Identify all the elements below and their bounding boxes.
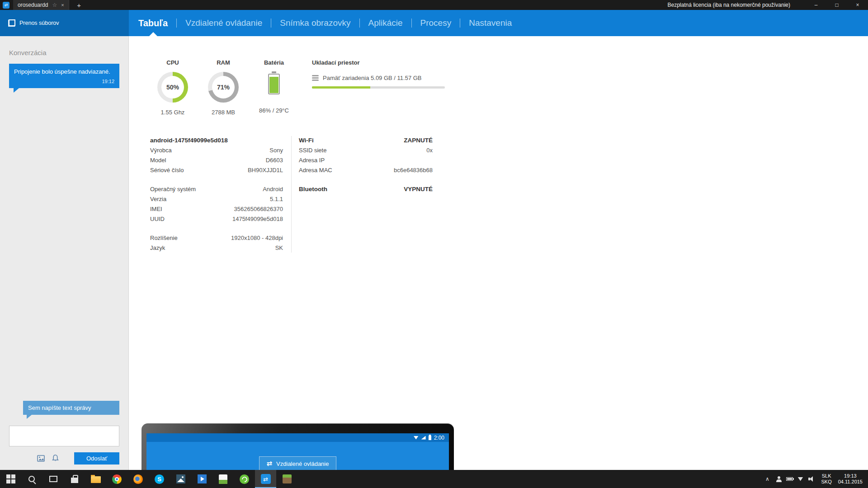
device-info-section: android-1475f49099e5d018 VýrobcaSony Mod… [150, 135, 868, 253]
movies-tv-button[interactable] [191, 470, 212, 488]
windows-logo-icon [6, 474, 15, 483]
device-info-column: android-1475f49099e5d018 VýrobcaSony Mod… [150, 135, 283, 253]
info-row: Adresa MACbc6e64836b68 [299, 165, 433, 175]
buzz-bell-icon[interactable] [52, 455, 59, 462]
battery-label: Batéria [251, 59, 297, 67]
skype-button[interactable] [149, 470, 170, 488]
network-info-column: Wi-FiZAPNUTÉ SSID siete0x Adresa IP Adre… [299, 135, 433, 253]
photos-button[interactable] [170, 470, 191, 488]
info-row: IMEI356265066826370 [150, 204, 283, 214]
chat-input-area: Sem napíšte text správy Odoslať [0, 401, 128, 470]
info-row: VýrobcaSony [150, 145, 283, 155]
device-screen: 2:00 ⇄ Vzdialené ovládanie [146, 433, 449, 470]
maximize-button[interactable]: □ [826, 0, 847, 10]
device-screen-preview[interactable]: 2:00 ⇄ Vzdialené ovládanie [142, 423, 454, 470]
chat-actions: Odoslať [9, 452, 119, 465]
tab-remote-control[interactable]: Vzdialené ovládanie [177, 10, 271, 36]
minecraft-icon [283, 474, 292, 483]
info-row: SSID siete0x [299, 145, 433, 155]
task-view-button[interactable] [42, 470, 64, 488]
remote-control-button-label: Vzdialené ovládanie [276, 460, 329, 467]
session-tab-label: oroseduardd [18, 2, 48, 8]
ram-label: RAM [201, 59, 246, 67]
store-button[interactable] [64, 470, 85, 488]
info-label: Výrobca [150, 147, 172, 154]
info-row: BluetoothVYPNUTÉ [299, 184, 433, 194]
file-explorer-button[interactable] [85, 470, 106, 488]
info-row: JazykSK [150, 243, 283, 253]
start-button[interactable] [0, 470, 21, 488]
storage-label: Ukladací priestor [312, 59, 448, 67]
info-label: Operačný systém [150, 186, 196, 192]
tray-network-icon[interactable] [795, 470, 806, 488]
remote-control-button[interactable]: ⇄ Vzdialené ovládanie [259, 456, 337, 471]
tab-processes[interactable]: Procesy [412, 10, 460, 36]
windows-taskbar: ∧ SLK SKQ 19:13 04.11.2015 [0, 470, 868, 488]
favorite-star-icon[interactable]: ☆ [52, 2, 57, 8]
info-divider [291, 136, 292, 253]
tab-settings[interactable]: Nastavenia [460, 10, 520, 36]
info-value: 868x488 - 428dpi [231, 235, 283, 241]
send-button[interactable]: Odoslať [74, 452, 119, 465]
info-row: Wi-FiZAPNUTÉ [299, 135, 433, 145]
tray-people-icon[interactable] [774, 470, 784, 488]
device-clock: 2:00 [434, 435, 444, 441]
session-tab[interactable]: oroseduardd ☆ × [13, 0, 69, 10]
teamviewer-taskbar-button[interactable] [255, 470, 276, 488]
document-app-icon [219, 474, 227, 484]
screenshot-icon[interactable] [37, 455, 45, 462]
tray-volume-icon[interactable] [806, 470, 817, 488]
info-row: Adresa IP [299, 155, 433, 165]
language-indicator[interactable]: SLK SKQ [817, 473, 836, 485]
title-bar: oroseduardd ☆ × + Bezplatná licencia (ib… [0, 0, 868, 10]
tab-close-icon[interactable]: × [61, 2, 64, 8]
document-app-button[interactable] [212, 470, 234, 488]
new-tab-button[interactable]: + [75, 1, 84, 9]
file-transfer-label: Prenos súborov [19, 20, 59, 26]
info-row: Rozlíšenie1920x1080 - 428dpi [150, 233, 283, 243]
tab-dashboard[interactable]: Tabuľa [130, 10, 176, 36]
info-label: IMEI [150, 206, 162, 212]
info-label: SSID siete [299, 147, 326, 154]
info-label: Rozlíšenie [150, 235, 178, 241]
info-row: Operačný systémAndroid [150, 184, 283, 194]
minimize-button[interactable]: – [806, 0, 826, 10]
info-value: 5.1.1 [270, 196, 283, 202]
minecraft-button[interactable] [276, 470, 297, 488]
tray-expand-icon[interactable]: ∧ [762, 476, 774, 482]
firefox-icon [133, 474, 143, 484]
green-call-icon [240, 474, 249, 484]
cpu-stat: CPU 50% 1.55 Ghz [150, 59, 195, 116]
firefox-button[interactable] [127, 470, 149, 488]
clock-time: 19:13 [838, 473, 863, 479]
main-header: Prenos súborov Tabuľa Vzdialené ovládani… [0, 10, 868, 36]
tab-label: Snímka obrazovky [280, 18, 350, 28]
info-label: Verzia [150, 196, 166, 202]
window-controls: – □ × [806, 0, 868, 10]
info-row: ModelD6603 [150, 155, 283, 165]
chat-message-input[interactable] [9, 426, 119, 446]
info-label: Adresa IP [299, 157, 325, 164]
info-row: Sériové čísloBH90XJJD1L [150, 165, 283, 175]
teamviewer-app-icon [3, 2, 9, 9]
chrome-button[interactable] [106, 470, 127, 488]
ram-stat: RAM 71% 2788 MB [201, 59, 246, 116]
file-transfer-button[interactable]: Prenos súborov [0, 10, 129, 36]
info-value: SK [275, 244, 283, 251]
chrome-icon [112, 474, 122, 484]
search-button[interactable] [21, 470, 42, 488]
stats-row: CPU 50% 1.55 Ghz RAM 71% 2788 MB Batéria… [129, 36, 868, 116]
wifi-status: ZAPNUTÉ [404, 137, 433, 144]
arrows-icon: ⇄ [267, 460, 273, 468]
tab-applications[interactable]: Aplikácie [360, 10, 411, 36]
call-app-button[interactable] [234, 470, 255, 488]
close-button[interactable]: × [847, 0, 868, 10]
cpu-label: CPU [150, 59, 195, 67]
tab-label: Tabuľa [138, 18, 168, 28]
clock[interactable]: 19:13 04.11.2015 [836, 473, 868, 485]
battery-status-icon [429, 436, 431, 440]
info-label: Adresa MAC [299, 167, 332, 174]
tab-screenshot[interactable]: Snímka obrazovky [271, 10, 359, 36]
movies-tv-icon [198, 474, 207, 483]
tray-battery-icon[interactable] [784, 470, 795, 488]
